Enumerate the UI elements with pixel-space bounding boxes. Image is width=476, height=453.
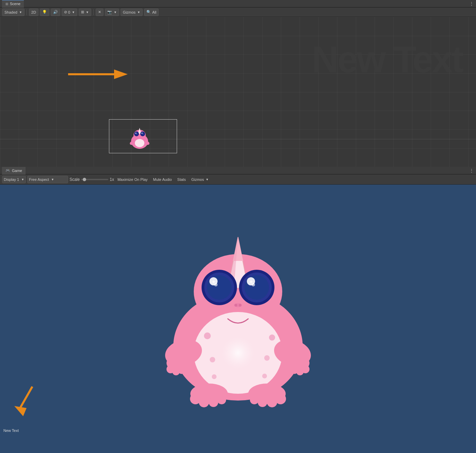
- svg-text:✦: ✦: [249, 279, 254, 285]
- scale-slider-thumb: [83, 178, 86, 181]
- svg-point-11: [135, 139, 144, 147]
- scale-container: Scale 1x: [69, 177, 114, 182]
- scene-tab-icon: ⊞: [5, 2, 8, 6]
- gizmos-game-label: Gizmos: [191, 177, 204, 182]
- svg-point-37: [235, 304, 237, 307]
- svg-point-45: [178, 367, 185, 374]
- stats-label: Stats: [177, 177, 186, 182]
- game-down-arrow: [14, 385, 41, 419]
- svg-point-58: [258, 397, 267, 407]
- 2d-button[interactable]: 2D: [29, 9, 38, 16]
- maximize-on-play-label: Maximize On Play: [117, 177, 148, 182]
- game-tab-label: Game: [12, 169, 22, 173]
- svg-point-50: [291, 367, 298, 374]
- svg-point-57: [250, 395, 259, 404]
- toolbar-separator-2: [93, 9, 94, 15]
- game-more-button[interactable]: ⋮: [469, 168, 474, 173]
- scene-more-button[interactable]: ⋮: [469, 1, 474, 6]
- game-viewport[interactable]: ✦ ✦: [0, 185, 476, 453]
- gizmos-game-dropdown[interactable]: Gizmos ▼: [189, 176, 211, 183]
- gizmos-dropdown[interactable]: Gizmos ▼: [121, 9, 143, 16]
- camera-chevron-icon: ▼: [114, 11, 117, 14]
- game-tab-bar: 🎮 Game ⋮: [0, 167, 476, 174]
- game-panel: 🎮 Game ⋮ Display 1 ▼ Free Aspect ▼ Scale…: [0, 167, 476, 453]
- svg-point-63: [210, 357, 215, 362]
- search-icon: 🔍: [146, 10, 151, 14]
- game-new-text-label: New Text: [3, 428, 19, 433]
- scene-toolbar: Shaded ▼ 2D 💡 🔊 ⊘ 0 ▼ ⊞ ▼ ✕ 📷 ▼: [0, 7, 476, 17]
- search-all-dropdown[interactable]: 🔍 All: [144, 9, 159, 16]
- sound-icon: 🔊: [53, 10, 58, 14]
- fx-icon: ⊘: [64, 10, 67, 14]
- svg-point-7: [136, 133, 137, 134]
- svg-point-65: [212, 374, 217, 379]
- tools-icon: ✕: [98, 10, 101, 14]
- svg-text:✦: ✦: [211, 279, 216, 285]
- scene-panel: ⊞ Scene ⋮ Shaded ▼ 2D 💡 🔊 ⊘ 0 ▼ ⊞ ▼: [0, 0, 476, 167]
- 2d-label: 2D: [31, 10, 36, 14]
- fx-count: 0: [68, 10, 70, 14]
- svg-marker-68: [14, 406, 27, 416]
- scale-value: 1x: [110, 177, 114, 182]
- display-dropdown[interactable]: Display 1 ▼: [2, 176, 26, 183]
- shaded-dropdown[interactable]: Shaded ▼: [2, 9, 25, 16]
- gizmos-chevron-icon: ▼: [137, 11, 140, 14]
- stats-button[interactable]: Stats: [175, 176, 188, 183]
- mute-audio-button[interactable]: Mute Audio: [151, 176, 174, 183]
- grid-chevron-icon: ▼: [86, 11, 89, 14]
- mute-audio-label: Mute Audio: [153, 177, 172, 182]
- game-tab[interactable]: 🎮 Game: [2, 167, 26, 174]
- svg-point-54: [209, 397, 218, 407]
- svg-marker-1: [114, 69, 128, 79]
- svg-line-67: [19, 387, 32, 410]
- svg-point-64: [264, 355, 270, 361]
- camera-icon: 📷: [107, 10, 112, 14]
- sound-button[interactable]: 🔊: [51, 9, 60, 16]
- scene-tab-bar: ⊞ Scene ⋮: [0, 0, 476, 7]
- svg-point-62: [269, 334, 275, 341]
- maximize-on-play-button[interactable]: Maximize On Play: [115, 176, 150, 183]
- shaded-label: Shaded: [4, 10, 17, 14]
- svg-point-53: [199, 397, 209, 407]
- toolbar-separator-1: [27, 9, 27, 15]
- svg-point-60: [275, 393, 286, 404]
- scene-tab[interactable]: ⊞ Scene: [2, 0, 24, 7]
- fx-chevron-icon: ▼: [72, 11, 75, 14]
- scene-frog-sprite: [126, 124, 153, 152]
- display-chevron-icon: ▼: [21, 178, 24, 181]
- search-label: All: [152, 10, 156, 14]
- scale-slider[interactable]: [81, 179, 108, 180]
- light-button[interactable]: 💡: [40, 9, 49, 16]
- aspect-label: Free Aspect: [29, 177, 49, 182]
- game-toolbar: Display 1 ▼ Free Aspect ▼ Scale 1x Maxim…: [0, 174, 476, 185]
- gizmos-scene-label: Gizmos: [123, 10, 136, 14]
- svg-point-40: [211, 326, 265, 380]
- tools-button[interactable]: ✕: [96, 9, 104, 16]
- display-label: Display 1: [4, 177, 19, 182]
- game-tab-icon: 🎮: [5, 168, 10, 173]
- game-frog-sprite: ✦ ✦: [156, 230, 320, 407]
- scene-right-arrow: [68, 67, 129, 81]
- scene-grid: [0, 17, 476, 167]
- grid-icon: ⊞: [81, 10, 84, 14]
- light-icon: 💡: [42, 10, 47, 14]
- grid-dropdown[interactable]: ⊞ ▼: [79, 9, 91, 16]
- camera-dropdown[interactable]: 📷 ▼: [105, 9, 119, 16]
- svg-point-55: [217, 395, 226, 404]
- fx-dropdown[interactable]: ⊘ 0 ▼: [62, 9, 77, 16]
- aspect-chevron-icon: ▼: [51, 178, 54, 181]
- shaded-chevron-icon: ▼: [19, 11, 22, 14]
- scene-viewport[interactable]: New Text: [0, 17, 476, 167]
- svg-point-61: [204, 332, 211, 339]
- scene-tab-label: Scene: [10, 2, 20, 6]
- aspect-dropdown[interactable]: Free Aspect ▼: [27, 176, 68, 183]
- scene-horizontal-line: [0, 139, 476, 139]
- svg-point-66: [262, 374, 267, 378]
- svg-point-38: [239, 304, 241, 307]
- svg-point-10: [142, 133, 143, 134]
- gizmos-game-chevron-icon: ▼: [206, 178, 209, 181]
- scale-label: Scale: [69, 177, 80, 182]
